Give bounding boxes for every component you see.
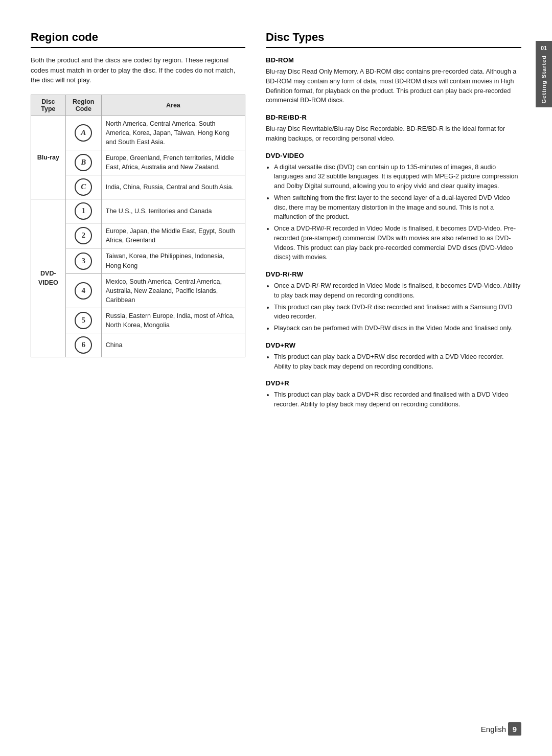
region-icon-cell-2: 2 — [65, 223, 101, 248]
region-code-title: Region code — [31, 31, 245, 48]
region-icon-cell-b: B — [65, 150, 101, 175]
list-item: A digital versatile disc (DVD) can conta… — [274, 163, 521, 191]
region-area-a: North America, Central America, South Am… — [101, 116, 245, 150]
section-heading-dvdr: DVD-R/-RW — [266, 270, 521, 278]
region-area-1: The U.S., U.S. territories and Canada — [101, 199, 245, 223]
region-icon-2: 2 — [75, 227, 92, 244]
region-icon-a: A — [75, 124, 92, 142]
list-item: This product can play back DVD-R disc re… — [274, 303, 521, 322]
region-icon-cell-a: A — [65, 116, 101, 150]
disc-type-bluray: Blu-ray — [31, 116, 66, 199]
section-text-bdre: Blu-ray Disc Rewritable/Blu-ray Disc Rec… — [266, 124, 521, 144]
table-header-region-code: RegionCode — [65, 95, 101, 116]
region-area-2: Europe, Japan, the Middle East, Egypt, S… — [101, 223, 245, 248]
table-header-disc-type: Disc Type — [31, 95, 66, 116]
region-icon-4: 4 — [75, 282, 92, 300]
two-col-layout: Region code Both the product and the dis… — [31, 31, 521, 413]
footer-text: English — [481, 725, 506, 734]
list-item: This product can play back a DVD+RW disc… — [274, 352, 521, 372]
left-column: Region code Both the product and the dis… — [31, 31, 245, 413]
side-tab: 01 Getting Started — [536, 41, 552, 107]
right-column: Disc Types BD-ROM Blu-ray Disc Read Only… — [266, 31, 521, 413]
footer-page-number: 9 — [508, 722, 521, 736]
page-container: 01 Getting Started Region code Both the … — [0, 0, 552, 756]
region-icon-3: 3 — [75, 253, 92, 270]
table-row: Blu-ray A North America, Central America… — [31, 116, 245, 150]
region-icon-1: 1 — [75, 202, 92, 220]
list-item: Once a DVD-R/-RW recorded in Video Mode … — [274, 281, 521, 301]
disc-types-title: Disc Types — [266, 31, 521, 48]
section-heading-dvdvideo: DVD-VIDEO — [266, 152, 521, 159]
footer: English 9 — [481, 722, 521, 736]
region-icon-cell-5: 5 — [65, 308, 101, 333]
region-icon-6: 6 — [75, 336, 92, 354]
table-row: DVD-VIDEO 1 The U.S., U.S. territories a… — [31, 199, 245, 223]
section-bullets-dvdr: Once a DVD-R/-RW recorded in Video Mode … — [266, 281, 521, 333]
region-area-5: Russia, Eastern Europe, India, most of A… — [101, 308, 245, 333]
region-table: Disc Type RegionCode Area Blu-ray A Nort… — [31, 95, 245, 358]
region-icon-5: 5 — [75, 312, 92, 329]
section-heading-bdre: BD-RE/BD-R — [266, 113, 521, 121]
region-area-b: Europe, Greenland, French territories, M… — [101, 150, 245, 175]
list-item: This product can play back a DVD+R disc … — [274, 390, 521, 409]
section-bullets-dvdprw: This product can play back a DVD+RW disc… — [266, 352, 521, 372]
table-header-area: Area — [101, 95, 245, 116]
region-icon-cell-4: 4 — [65, 273, 101, 308]
section-bullets-dvdvideo: A digital versatile disc (DVD) can conta… — [266, 163, 521, 263]
section-heading-dvdpr: DVD+R — [266, 379, 521, 387]
region-icon-cell-1: 1 — [65, 199, 101, 223]
section-text-bdrom: Blu-ray Disc Read Only Memory. A BD-ROM … — [266, 67, 521, 105]
region-area-c: India, China, Russia, Central and South … — [101, 175, 245, 199]
section-heading-dvdprw: DVD+RW — [266, 341, 521, 349]
disc-type-dvd: DVD-VIDEO — [31, 199, 66, 357]
section-heading-bdrom: BD-ROM — [266, 56, 521, 64]
region-area-3: Taiwan, Korea, the Philippines, Indonesi… — [101, 248, 245, 273]
section-bullets-dvdpr: This product can play back a DVD+R disc … — [266, 390, 521, 409]
list-item: When switching from the first layer to t… — [274, 193, 521, 222]
region-icon-cell-c: C — [65, 175, 101, 199]
region-icon-b: B — [75, 154, 92, 171]
region-icon-cell-6: 6 — [65, 333, 101, 357]
region-icon-c: C — [75, 178, 92, 196]
side-tab-text: Getting Started — [541, 55, 547, 103]
region-code-intro: Both the product and the discs are coded… — [31, 55, 245, 85]
list-item: Playback can be perfomed with DVD-RW dis… — [274, 324, 521, 333]
side-tab-number: 01 — [541, 45, 547, 51]
list-item: Once a DVD-RW/-R recorded in Video Mode … — [274, 224, 521, 262]
region-area-4: Mexico, South America, Central America, … — [101, 273, 245, 308]
region-area-6: China — [101, 333, 245, 357]
region-icon-cell-3: 3 — [65, 248, 101, 273]
